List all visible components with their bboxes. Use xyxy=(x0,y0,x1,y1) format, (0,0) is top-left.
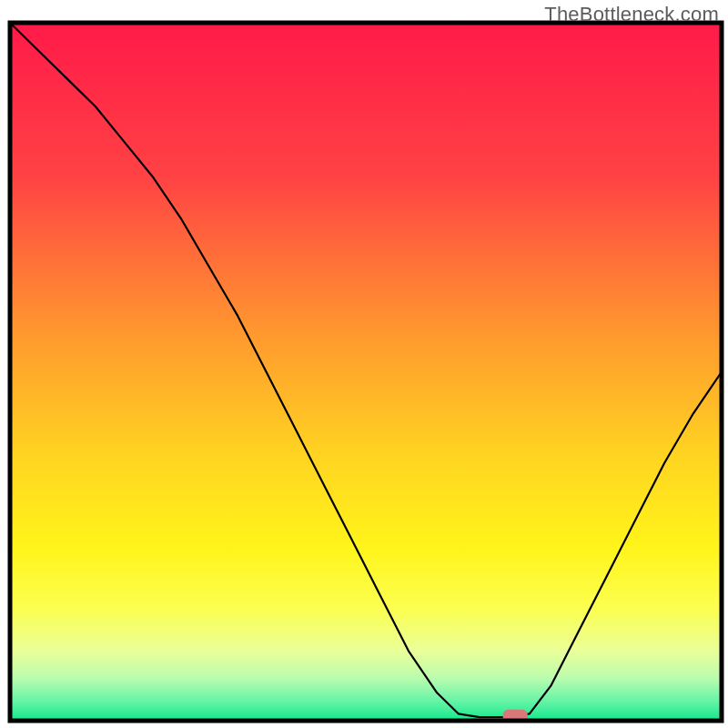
bottleneck-chart xyxy=(0,0,728,728)
gradient-background xyxy=(10,23,722,721)
chart-container: TheBottleneck.com xyxy=(0,0,728,728)
watermark-text: TheBottleneck.com xyxy=(544,3,719,26)
